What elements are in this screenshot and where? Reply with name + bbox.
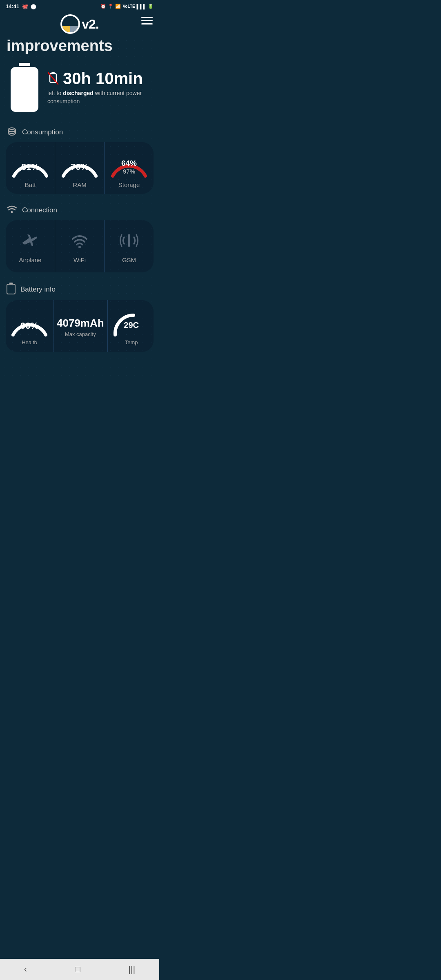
batt-gauge: 81% xyxy=(10,149,51,178)
batt-value: 81% xyxy=(21,162,39,172)
ram-gauge-cell: 70% RAM xyxy=(55,142,104,194)
temp-value: 29C xyxy=(124,321,139,330)
alarm-icon: ⏰ xyxy=(100,4,106,9)
svg-rect-13 xyxy=(7,284,15,294)
temp-cell: 29C Temp xyxy=(107,300,154,352)
capacity-label: Max capacity xyxy=(65,331,96,337)
connection-label: Connection xyxy=(22,206,57,214)
health-gauge: 93% xyxy=(9,308,50,337)
connection-section-header: Connection xyxy=(0,198,159,220)
no-charge-icon xyxy=(47,72,59,85)
battery-info-card: 93% Health 4079mAh Max capacity 29C Temp xyxy=(6,300,154,352)
discharge-time: 30h 10min xyxy=(63,69,143,88)
discharge-description: left to discharged with current power co… xyxy=(47,89,151,105)
battery-hero: 30h 10min left to discharged with curren… xyxy=(0,59,159,120)
gauge-row: 81% Batt 70% RAM xyxy=(6,142,154,194)
connection-icon xyxy=(7,204,17,217)
logo-circle xyxy=(60,14,80,34)
health-cell: 93% Health xyxy=(6,300,53,352)
ram-value: 70% xyxy=(71,162,89,172)
logo: v2. xyxy=(60,14,98,34)
battery-info-icon xyxy=(7,282,16,297)
battery-large-icon xyxy=(8,63,41,112)
circle-icon: ⬤ xyxy=(31,4,36,9)
battery-info-label: Battery info xyxy=(20,285,56,294)
gsm-cell: GSM xyxy=(104,220,154,272)
status-left: 14:41 🐙 ⬤ xyxy=(6,3,36,9)
wifi-label: WiFi xyxy=(74,256,86,263)
airplane-cell: Airplane xyxy=(6,220,55,272)
page-title: improvements xyxy=(0,36,159,59)
location-icon: 📍 xyxy=(108,4,114,9)
svg-point-10 xyxy=(11,211,13,213)
status-bar: 14:41 🐙 ⬤ ⏰ 📍 📶 VoLTE ▌▌▌ 🔋 xyxy=(0,0,159,11)
status-time: 14:41 xyxy=(6,3,19,9)
storage-gauge-cell: 64% 97% Storage xyxy=(104,142,154,194)
capacity-value: 4079mAh xyxy=(57,317,104,330)
battery-status-icon: 🔋 xyxy=(148,4,154,9)
consumption-label: Consumption xyxy=(22,128,63,136)
battery-info-row: 93% Health 4079mAh Max capacity 29C Temp xyxy=(6,300,154,352)
health-value: 93% xyxy=(20,321,38,331)
airplane-label: Airplane xyxy=(19,256,41,263)
gsm-label: GSM xyxy=(122,256,136,263)
battery-info-text: 30h 10min left to discharged with curren… xyxy=(47,69,151,105)
logo-text: v2. xyxy=(82,17,98,32)
octopus-icon: 🐙 xyxy=(22,3,28,9)
status-right: ⏰ 📍 📶 VoLTE ▌▌▌ 🔋 xyxy=(100,4,154,9)
signal-icon: ▌▌▌ xyxy=(137,4,146,9)
consumption-section-header: Consumption xyxy=(0,120,159,142)
hamburger-menu[interactable] xyxy=(141,17,153,24)
svg-rect-14 xyxy=(9,283,13,285)
temp-label: Temp xyxy=(125,339,138,345)
wifi-icon xyxy=(69,232,90,252)
gsm-icon xyxy=(119,232,139,252)
battery-info-section-header: Battery info xyxy=(0,276,159,300)
health-label: Health xyxy=(22,339,37,345)
capacity-cell: 4079mAh Max capacity xyxy=(53,300,107,352)
ram-label: RAM xyxy=(73,181,86,188)
wifi-cell: WiFi xyxy=(55,220,104,272)
consumption-icon xyxy=(7,126,17,139)
storage-label: Storage xyxy=(118,181,140,188)
storage-values: 64% 97% xyxy=(121,159,137,175)
wifi-status-icon: 📶 xyxy=(115,4,121,9)
storage-gauge: 64% 97% xyxy=(109,149,149,178)
connection-row: Airplane WiFi xyxy=(6,220,154,272)
batt-gauge-cell: 81% Batt xyxy=(6,142,55,194)
svg-point-11 xyxy=(78,246,81,248)
temp-gauge: 29C xyxy=(111,308,152,337)
batt-label: Batt xyxy=(25,181,36,188)
connection-card: Airplane WiFi xyxy=(6,220,154,272)
airplane-icon xyxy=(20,232,40,252)
ram-gauge: 70% xyxy=(59,149,100,178)
lte-icon: VoLTE xyxy=(122,4,135,9)
svg-rect-1 xyxy=(51,72,55,74)
header: v2. xyxy=(0,11,159,36)
consumption-card: 81% Batt 70% RAM xyxy=(6,142,154,194)
